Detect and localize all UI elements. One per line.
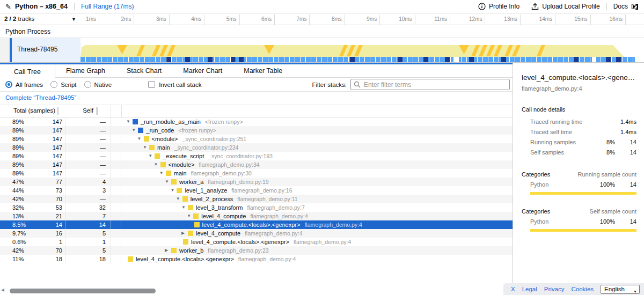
call-tree-row[interactable]: 42%70—▼level_2_processflamegraph_demo.py… bbox=[0, 195, 513, 203]
language-select[interactable]: English (US) ▼ bbox=[601, 285, 640, 294]
call-tree-row[interactable]: 89%147—▼<module>_sync_coordinator.py:251 bbox=[0, 135, 513, 143]
expander-down-icon[interactable]: ▼ bbox=[137, 135, 143, 143]
profile-info-button[interactable]: Profile Info bbox=[478, 3, 519, 10]
sidebar-category-block: CategoriesSelf sample countPython100%14 bbox=[513, 207, 644, 232]
detail-value: 14 bbox=[615, 148, 636, 158]
open-sidebar-icon bbox=[631, 3, 640, 11]
self-cell: 5 bbox=[66, 229, 111, 238]
expander-down-icon[interactable]: ▼ bbox=[187, 212, 193, 220]
self-cell: 32 bbox=[66, 203, 111, 212]
radio-label: Native bbox=[94, 82, 112, 88]
tab-flame-graph[interactable]: Flame Graph bbox=[55, 64, 116, 77]
call-tree-row[interactable]: 47%774▼worker_aflamegraph_demo.py:19 bbox=[0, 178, 513, 186]
sidebar-toggle-button[interactable] bbox=[631, 3, 640, 12]
horizontal-scrollbar-thumb[interactable] bbox=[10, 289, 156, 293]
ruler-tick-label: 12ms bbox=[469, 16, 482, 22]
category-count: 14 bbox=[615, 216, 636, 227]
upload-profile-button[interactable]: Upload Local Profile bbox=[531, 3, 599, 10]
tab-marker-table[interactable]: Marker Table bbox=[233, 64, 293, 77]
expander-down-icon[interactable]: ▼ bbox=[143, 143, 149, 152]
samples-bar[interactable] bbox=[80, 57, 635, 62]
filter-bar: All framesScriptNative Invert call stack… bbox=[0, 78, 513, 92]
call-tree-row[interactable]: 8.5%1414level_4_compute.<locals>.<genexp… bbox=[0, 220, 513, 229]
call-tree-row[interactable]: 89%147—▼_run_code<frozen runpy> bbox=[0, 126, 513, 135]
self-cell: 3 bbox=[66, 186, 111, 195]
column-resizer[interactable] bbox=[96, 107, 98, 115]
thread-activity-graph[interactable] bbox=[80, 38, 639, 62]
col-total-header[interactable]: Total (samples) bbox=[0, 107, 55, 114]
expander-down-icon[interactable]: ▼ bbox=[165, 178, 171, 186]
radio-native[interactable]: Native bbox=[84, 81, 112, 88]
expander-down-icon[interactable]: ▼ bbox=[154, 160, 160, 169]
expander-down-icon[interactable]: ▼ bbox=[148, 152, 154, 160]
total-percent: 89% bbox=[12, 117, 24, 126]
call-tree-row[interactable]: 0.6%11level_4_compute.<locals>.<genexpr>… bbox=[0, 238, 513, 246]
detail-percent bbox=[591, 117, 615, 127]
function-name: _run_module_as_main bbox=[141, 117, 201, 126]
divider bbox=[111, 105, 111, 117]
thread-track[interactable]: Thread-78495 bbox=[0, 38, 644, 62]
expander-down-icon[interactable]: ▼ bbox=[126, 117, 132, 126]
footer-link-cookies[interactable]: Cookies bbox=[572, 286, 594, 292]
total-samples: 70 bbox=[56, 246, 62, 255]
sidebar-file-line: flamegraph_demo.py:4 bbox=[513, 82, 644, 92]
function-file-line: flamegraph_demo.py:11 bbox=[237, 195, 297, 203]
breadcrumb-root-link[interactable]: Complete “Thread-78495” bbox=[5, 94, 76, 101]
radio-label: All frames bbox=[16, 82, 43, 88]
category-name: Python bbox=[530, 179, 591, 190]
full-range-button[interactable]: Full Range (17ms) bbox=[81, 3, 134, 10]
tab-marker-chart[interactable]: Marker Chart bbox=[172, 64, 233, 77]
footer-link-privacy[interactable]: Privacy bbox=[544, 286, 565, 292]
process-track-header[interactable]: Python Process bbox=[0, 25, 644, 38]
call-tree-row[interactable]: 89%147—▼<module>flamegraph_demo.py:34 bbox=[0, 160, 513, 169]
radio-all-frames[interactable]: All frames bbox=[5, 81, 43, 88]
call-tree-row[interactable]: 44%733▼level_1_analyzeflamegraph_demo.py… bbox=[0, 186, 513, 195]
expander-down-icon[interactable]: ▼ bbox=[176, 195, 182, 203]
call-tree-row[interactable]: 89%147—▼mainflamegraph_demo.py:30 bbox=[0, 169, 513, 178]
call-tree-row[interactable]: 89%147—▼main_sync_coordinator.py:234 bbox=[0, 143, 513, 152]
function-file-line: flamegraph_demo.py:4 bbox=[250, 212, 308, 220]
footer-link-legal[interactable]: Legal bbox=[522, 286, 537, 292]
filter-stacks-input[interactable] bbox=[350, 79, 510, 90]
expander-down-icon[interactable]: ▼ bbox=[131, 126, 137, 135]
expander-down-icon[interactable]: ▼ bbox=[181, 203, 187, 212]
tab-call-tree[interactable]: Call Tree bbox=[0, 64, 55, 78]
sample-cluster bbox=[574, 57, 579, 62]
footer-dismiss-button[interactable]: X bbox=[511, 286, 515, 292]
ruler-tick-label: 8ms bbox=[332, 16, 342, 22]
icon-cell bbox=[111, 212, 121, 220]
sidebar-detail-row: Self samples8%14 bbox=[513, 148, 644, 158]
icon-cell bbox=[111, 238, 121, 246]
total-samples: 147 bbox=[53, 126, 62, 135]
scroll-left-arrow-icon[interactable]: ◂ bbox=[1, 286, 4, 293]
call-tree-row[interactable]: 11%1818level_4_compute.<locals>.<genexpr… bbox=[0, 255, 513, 263]
call-tree-row[interactable]: 32%5332▼level_3_transformflamegraph_demo… bbox=[0, 203, 513, 212]
call-tree-row[interactable]: 9.7%165▶level_4_computeflamegraph_demo.p… bbox=[0, 229, 513, 238]
call-tree-row[interactable]: 89%147—▼_run_module_as_main<frozen runpy… bbox=[0, 117, 513, 126]
function-file-line: flamegraph_demo.py:4 bbox=[304, 220, 362, 229]
expander-down-icon[interactable]: ▼ bbox=[170, 186, 176, 195]
thread-track-label[interactable]: Thread-78495 bbox=[12, 38, 80, 62]
call-tree-row[interactable]: 89%147—▼_execute_script_sync_coordinator… bbox=[0, 152, 513, 160]
detail-percent bbox=[591, 127, 615, 137]
profile-name: Python – x86_64 bbox=[15, 3, 68, 10]
sidebar-details: Traced running time1.4msTraced self time… bbox=[513, 117, 644, 158]
tab-stack-chart[interactable]: Stack Chart bbox=[116, 64, 172, 77]
ruler-tick-line bbox=[274, 14, 275, 25]
total-cell: 13%21 bbox=[0, 212, 66, 220]
invert-call-stack-checkbox[interactable]: Invert call stack bbox=[148, 81, 201, 88]
column-resizer[interactable] bbox=[57, 107, 59, 115]
col-self-header[interactable]: Self bbox=[59, 107, 93, 114]
expander-down-icon[interactable]: ▼ bbox=[159, 169, 165, 178]
expander-right-icon[interactable]: ▶ bbox=[165, 246, 171, 255]
edit-profile-name-icon[interactable]: ✎ bbox=[5, 3, 11, 11]
category-color-square bbox=[183, 239, 188, 245]
upload-icon bbox=[531, 3, 539, 10]
expander-right-icon[interactable]: ▶ bbox=[181, 229, 187, 238]
call-tree-row[interactable]: 13%217▼level_4_computeflamegraph_demo.py… bbox=[0, 212, 513, 220]
function-cell: ▼level_3_transformflamegraph_demo.py:7 bbox=[121, 203, 513, 212]
total-percent: 42% bbox=[12, 246, 24, 255]
call-tree-row[interactable]: 42%705▶worker_bflamegraph_demo.py:23 bbox=[0, 246, 513, 255]
total-percent: 32% bbox=[12, 203, 24, 212]
radio-script[interactable]: Script bbox=[50, 81, 76, 88]
